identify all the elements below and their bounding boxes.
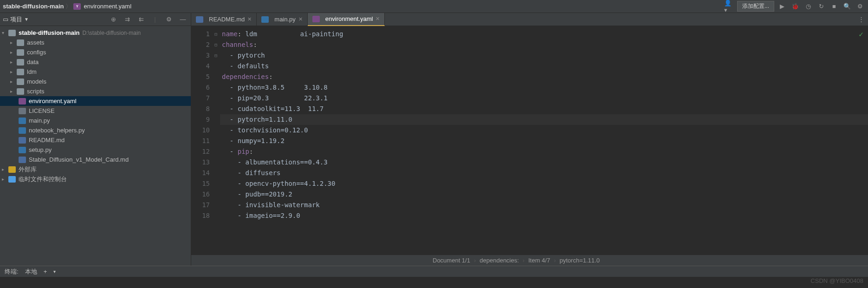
- py-icon: [261, 16, 269, 23]
- code-line-16[interactable]: - pudb==2019.2: [220, 189, 868, 200]
- editor-tabs: README.md✕main.py✕environment.yaml✕⋮: [191, 13, 868, 26]
- search-icon[interactable]: 🔍: [842, 1, 852, 12]
- run-config-button[interactable]: 添加配置...: [737, 1, 774, 12]
- tree-external-libs[interactable]: ▸ 外部库: [0, 164, 191, 174]
- line-gutter: 123456789101112131415161718: [191, 26, 214, 255]
- folder-icon: [17, 39, 24, 46]
- folder-icon: [17, 59, 24, 65]
- file-main-py[interactable]: main.py: [0, 116, 191, 125]
- fold-column[interactable]: ⊟⊟⊟: [214, 26, 220, 255]
- code-line-1[interactable]: name: ldm ai-painting: [220, 29, 868, 39]
- collapse-all-icon[interactable]: ⇇: [136, 14, 146, 25]
- code-line-7[interactable]: - pip=20.3 22.3.1: [220, 93, 868, 104]
- file-model-card[interactable]: Stable_Diffusion_v1_Model_Card.md: [0, 155, 191, 164]
- tree-folder-configs[interactable]: ▸configs: [0, 47, 191, 57]
- terminal-local[interactable]: 本地: [25, 268, 37, 276]
- top-navigation-bar: stable-diffusion-main 〉 Y environment.ya…: [0, 0, 868, 13]
- watermark-label: CSDN @YIBO0408: [810, 277, 863, 284]
- expander-icon[interactable]: ▸: [10, 50, 17, 55]
- code-line-2[interactable]: channels:: [220, 39, 868, 50]
- text-icon: [19, 108, 26, 114]
- profile-icon[interactable]: ↻: [816, 1, 826, 12]
- add-terminal-icon[interactable]: +: [44, 268, 47, 275]
- library-icon: [8, 166, 16, 173]
- status-item[interactable]: Item 4/7: [528, 257, 550, 264]
- breadcrumb-root[interactable]: stable-diffusion-main: [3, 3, 64, 10]
- tree-folder-models[interactable]: ▸models: [0, 77, 191, 86]
- code-line-6[interactable]: - python=3.8.5 3.10.8: [220, 82, 868, 93]
- gear-icon[interactable]: ⚙: [164, 14, 174, 25]
- close-icon[interactable]: ✕: [247, 16, 252, 22]
- breadcrumb-status-bar: Document 1/1 › dependencies: › Item 4/7 …: [191, 255, 868, 266]
- tab-main-py[interactable]: main.py✕: [257, 13, 308, 26]
- expander-icon[interactable]: ▸: [10, 89, 17, 94]
- code-line-10[interactable]: - torchvision=0.12.0: [220, 125, 868, 136]
- expander-icon[interactable]: ▸: [2, 177, 8, 182]
- file-notebook-helpers[interactable]: notebook_helpers.py: [0, 125, 191, 135]
- breadcrumb: stable-diffusion-main 〉 Y environment.ya…: [3, 2, 131, 11]
- tree-folder-data[interactable]: ▸data: [0, 57, 191, 67]
- expander-icon[interactable]: ▸: [10, 69, 17, 74]
- code-line-5[interactable]: dependencies:: [220, 72, 868, 82]
- tab-README-md[interactable]: README.md✕: [191, 13, 257, 26]
- expander-icon[interactable]: ▸: [2, 167, 8, 172]
- tree-folder-assets[interactable]: ▸assets: [0, 38, 191, 47]
- code-content[interactable]: ✓ name: ldm ai-paintingchannels: - pytor…: [220, 26, 868, 255]
- stop-icon[interactable]: ■: [829, 1, 839, 12]
- breadcrumb-file[interactable]: environment.yaml: [84, 3, 131, 10]
- inspection-ok-icon[interactable]: ✓: [859, 29, 863, 39]
- editor-body[interactable]: 123456789101112131415161718 ⊟⊟⊟ ✓ name: …: [191, 26, 868, 255]
- users-icon[interactable]: 👤▾: [724, 1, 734, 12]
- sidebar-title[interactable]: ▭ 项目 ▼: [3, 15, 29, 24]
- terminal-dropdown-icon[interactable]: ▾: [53, 269, 56, 274]
- tree-scratches[interactable]: ▸ 临时文件和控制台: [0, 174, 191, 184]
- status-document[interactable]: Document 1/1: [433, 257, 470, 264]
- code-line-11[interactable]: - numpy=1.19.2: [220, 136, 868, 146]
- status-value[interactable]: pytorch=1.11.0: [560, 257, 600, 264]
- code-line-13[interactable]: - albumentations==0.4.3: [220, 157, 868, 168]
- debug-icon[interactable]: 🐞: [790, 1, 800, 12]
- expander-icon[interactable]: ▸: [10, 40, 17, 45]
- select-opened-icon[interactable]: ⊕: [108, 14, 118, 25]
- folder-icon: [17, 49, 24, 56]
- status-dependencies[interactable]: dependencies:: [479, 257, 519, 264]
- coverage-icon[interactable]: ◷: [803, 1, 813, 12]
- expander-icon[interactable]: ▸: [10, 59, 17, 65]
- close-icon[interactable]: ✕: [376, 16, 380, 22]
- file-setup-py[interactable]: setup.py: [0, 145, 191, 155]
- yaml-icon: Y: [73, 3, 81, 10]
- expand-all-icon[interactable]: ⇉: [122, 14, 132, 25]
- close-icon[interactable]: ✕: [298, 16, 303, 22]
- code-line-9[interactable]: - pytorch=1.11.0: [220, 114, 868, 125]
- python-icon: [19, 147, 26, 153]
- tree-root[interactable]: ▾ stable-diffusion-main D:\stable-diffus…: [0, 28, 191, 38]
- tabs-more-icon[interactable]: ⋮: [855, 16, 868, 23]
- tree-folder-scripts[interactable]: ▸scripts: [0, 86, 191, 96]
- file-environment-yaml[interactable]: environment.yaml: [0, 96, 191, 106]
- project-tree[interactable]: ▾ stable-diffusion-main D:\stable-diffus…: [0, 26, 191, 266]
- code-line-12[interactable]: - pip:: [220, 146, 868, 157]
- tree-root-label: stable-diffusion-main: [19, 29, 79, 36]
- expander-icon[interactable]: ▸: [10, 79, 17, 84]
- hide-icon[interactable]: —: [178, 14, 188, 25]
- tree-folder-ldm[interactable]: ▸ldm: [0, 67, 191, 77]
- expander-icon[interactable]: ▾: [2, 30, 8, 35]
- python-icon: [19, 127, 26, 134]
- terminal-label[interactable]: 终端:: [5, 268, 19, 276]
- code-line-8[interactable]: - cudatoolkit=11.3 11.7: [220, 104, 868, 114]
- code-line-14[interactable]: - diffusers: [220, 168, 868, 178]
- code-line-4[interactable]: - defaults: [220, 61, 868, 72]
- code-line-18[interactable]: - imageio==2.9.0: [220, 210, 868, 221]
- chevron-down-icon[interactable]: ▼: [24, 17, 29, 22]
- file-readme[interactable]: README.md: [0, 135, 191, 145]
- folder-icon: [17, 69, 24, 75]
- code-line-17[interactable]: - invisible-watermark: [220, 200, 868, 210]
- run-icon[interactable]: ▶: [777, 1, 787, 12]
- yaml-icon: [19, 98, 26, 105]
- breadcrumb-separator: 〉: [65, 2, 71, 11]
- tab-environment-yaml[interactable]: environment.yaml✕: [308, 13, 385, 26]
- code-line-3[interactable]: - pytorch: [220, 50, 868, 61]
- settings-icon[interactable]: ⚙: [855, 1, 865, 12]
- file-license[interactable]: LICENSE: [0, 106, 191, 116]
- code-line-15[interactable]: - opencv-python==4.1.2.30: [220, 178, 868, 189]
